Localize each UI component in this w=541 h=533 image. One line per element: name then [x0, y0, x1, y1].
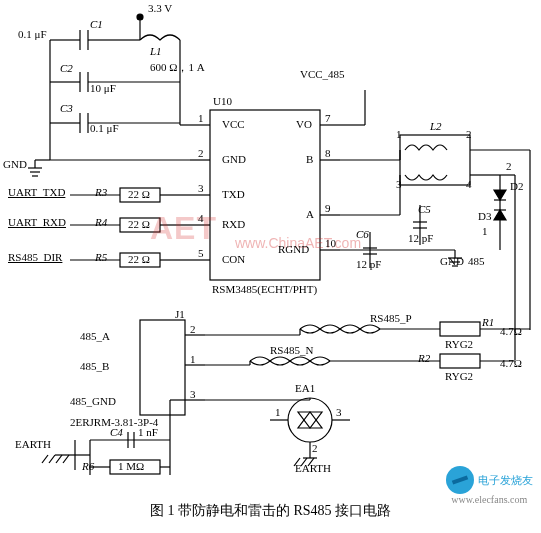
l2-pin-3: 3 [396, 178, 402, 190]
j1-pin-3: 3 [190, 388, 196, 400]
brand-url: www.elecfans.com [451, 494, 527, 505]
svg-rect-10 [140, 320, 185, 415]
label-R4: R4 [95, 216, 107, 228]
label-R1: R1 [482, 316, 494, 328]
net-rs485-p: RS485_P [370, 312, 412, 324]
d2-pin-2: 2 [506, 160, 512, 172]
label-R2: R2 [418, 352, 430, 364]
brand-name: 电子发烧友 [478, 473, 533, 488]
l2-pin-4: 4 [466, 178, 472, 190]
l2-pin-2: 2 [466, 128, 472, 140]
label-3v3: 3.3 V [148, 2, 172, 14]
label-485A: 485_A [80, 330, 110, 342]
label-earth: EARTH [15, 438, 51, 450]
label-C1: C1 [90, 18, 103, 30]
label-C3-val: 0.1 μF [90, 122, 119, 134]
pinnum-7: 7 [325, 112, 331, 124]
svg-rect-78 [440, 354, 480, 368]
label-C4-val: 1 nF [138, 426, 158, 438]
l2-pin-1: 1 [396, 128, 402, 140]
brand-logo: 电子发烧友 www.elecfans.com [446, 466, 534, 505]
net-rs485-n: RS485_N [270, 344, 313, 356]
label-gnd-485: 485 [468, 255, 485, 267]
net-rs485-dir: RS485_DIR [8, 251, 62, 263]
ic-pin-con: CON [222, 253, 245, 265]
label-L1: L1 [150, 45, 162, 57]
label-R6-val: 1 MΩ [118, 460, 144, 472]
ic-pin-rgnd: RGND [278, 243, 309, 255]
label-R1-val: 4.7Ω [500, 325, 522, 337]
label-L2: L2 [430, 120, 442, 132]
label-J1: J1 [175, 308, 185, 320]
label-R3-val: 22 Ω [128, 188, 150, 200]
svg-marker-88 [298, 412, 322, 428]
pinnum-2: 2 [198, 147, 204, 159]
svg-marker-68 [494, 190, 506, 200]
ic-pin-a: A [306, 208, 314, 220]
label-R3: R3 [95, 186, 107, 198]
label-R2-val: 4.7Ω [500, 357, 522, 369]
label-C2-val: 10 μF [90, 82, 116, 94]
svg-line-111 [56, 455, 62, 463]
svg-line-110 [49, 455, 55, 463]
pinnum-5: 5 [198, 247, 204, 259]
brand-icon [446, 466, 474, 494]
svg-line-109 [42, 455, 48, 463]
watermark-text: AET [150, 210, 217, 247]
label-D3: D3 [478, 210, 491, 222]
label-earth2: EARTH [295, 462, 331, 474]
label-gnd: GND [3, 158, 27, 170]
ea-pin-2: 2 [312, 442, 318, 454]
label-EA1: EA1 [295, 382, 315, 394]
label-L1-val: 600 Ω，1 A [150, 60, 205, 75]
label-vcc485: VCC_485 [300, 68, 345, 80]
ic-pin-vo: VO [296, 118, 312, 130]
label-C6-val: 12 pF [356, 258, 381, 270]
label-C6: C6 [356, 228, 369, 240]
ic-pin-rxd: RXD [222, 218, 245, 230]
ic-pin-txd: TXD [222, 188, 245, 200]
pinnum-1: 1 [198, 112, 204, 124]
label-R5: R5 [95, 251, 107, 263]
label-485B: 485_B [80, 360, 109, 372]
ic-pin-gnd: GND [222, 153, 246, 165]
svg-marker-70 [494, 210, 506, 220]
j1-pin-1: 1 [190, 353, 196, 365]
label-R5-val: 22 Ω [128, 253, 150, 265]
pinnum-3: 3 [198, 182, 204, 194]
j1-pin-2: 2 [190, 323, 196, 335]
svg-rect-76 [440, 322, 480, 336]
ea-pin-1: 1 [275, 406, 281, 418]
pinnum-10: 10 [325, 237, 336, 249]
label-C2: C2 [60, 62, 73, 74]
ic-pin-b: B [306, 153, 313, 165]
label-C3: C3 [60, 102, 73, 114]
label-icpart: RSM3485(ECHT/PHT) [212, 283, 317, 295]
pinnum-8: 8 [325, 147, 331, 159]
net-uart-rxd: UART_RXD [8, 216, 66, 228]
ea-pin-3: 3 [336, 406, 342, 418]
svg-point-15 [137, 14, 143, 20]
label-C5: C5 [418, 203, 431, 215]
label-R2-type: RYG2 [445, 370, 473, 382]
svg-point-87 [288, 398, 332, 442]
label-R1-type: RYG2 [445, 338, 473, 350]
ic-pin-vcc: VCC [222, 118, 245, 130]
pinnum-4: 4 [198, 212, 204, 224]
label-C4: C4 [110, 426, 123, 438]
label-R4-val: 22 Ω [128, 218, 150, 230]
label-D2: D2 [510, 180, 523, 192]
pinnum-9: 9 [325, 202, 331, 214]
label-gnd-r: GND [440, 255, 464, 267]
label-485GND: 485_GND [70, 395, 116, 407]
svg-line-112 [63, 455, 69, 463]
d2-pin-1: 1 [482, 225, 488, 237]
label-R6: R6 [82, 460, 94, 472]
svg-marker-89 [298, 412, 322, 428]
net-uart-txd: UART_TXD [8, 186, 65, 198]
label-C5-val: 12 pF [408, 232, 433, 244]
label-C1-val: 0.1 μF [18, 28, 47, 40]
label-U10: U10 [213, 95, 232, 107]
